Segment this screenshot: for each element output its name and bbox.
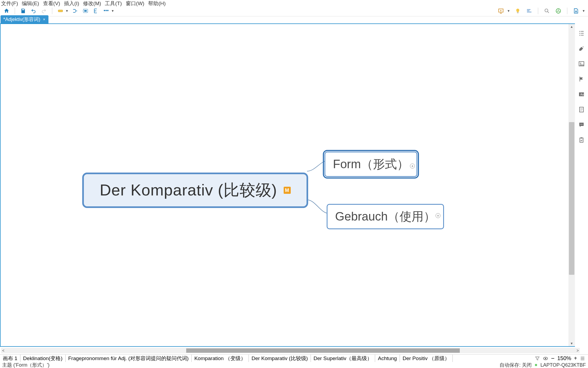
fit-button[interactable] xyxy=(580,356,585,361)
sheet-tab[interactable]: Achtung xyxy=(375,355,400,362)
document-tab[interactable]: *Adjektiv(形容词) × xyxy=(1,15,48,23)
scroll-right-arrow[interactable]: > xyxy=(575,348,580,353)
subtopic-gebrauch-text: Gebrauch（使用） xyxy=(335,209,436,225)
sheet-tab[interactable]: Der Positiv （原级） xyxy=(400,355,453,362)
toolbar-separator xyxy=(567,8,567,14)
sheet-tab[interactable]: Deklination(变格) xyxy=(20,355,66,362)
main-area: Der Komparativ (比较级) M Form（形式） + Gebrau… xyxy=(0,23,588,347)
format-panel-button[interactable] xyxy=(578,45,585,52)
svg-rect-2 xyxy=(84,10,87,12)
presentation-button[interactable] xyxy=(497,7,505,15)
menu-modify[interactable]: 修改(M) xyxy=(83,0,101,7)
notes-panel-button[interactable] xyxy=(578,106,585,113)
horizontal-scroll-row: < > xyxy=(0,347,588,354)
vertical-scrollbar[interactable]: ▲ ▼ xyxy=(568,23,575,347)
flag-icon xyxy=(578,76,585,82)
lightbulb-icon xyxy=(515,8,521,14)
right-side-panel: Aa xyxy=(575,23,588,347)
home-button[interactable] xyxy=(3,7,10,15)
menu-bar: 文件(F) 编辑(E) 查看(V) 插入(I) 修改(M) 工具(T) 窗口(W… xyxy=(0,0,588,5)
menu-file[interactable]: 文件(F) xyxy=(1,0,18,7)
topic-button[interactable] xyxy=(57,7,64,15)
sheet-tab[interactable]: Der Superlativ（最高级） xyxy=(311,355,375,362)
marker-panel-button[interactable] xyxy=(578,76,585,82)
comment-icon xyxy=(578,122,585,128)
menu-view[interactable]: 查看(V) xyxy=(43,0,60,7)
visibility-button[interactable] xyxy=(543,356,548,361)
task-panel-button[interactable] xyxy=(578,137,585,143)
boundary-icon xyxy=(82,8,88,14)
brainstorm-button[interactable] xyxy=(514,7,522,15)
marker-badge: M xyxy=(284,187,291,194)
menu-window[interactable]: 窗口(W) xyxy=(126,0,145,7)
eye-icon xyxy=(543,356,548,361)
save-button[interactable] xyxy=(19,7,27,15)
chevron-down-icon[interactable]: ▼ xyxy=(65,9,69,13)
zoom-percent[interactable]: 150% xyxy=(557,355,571,361)
central-topic-text: Der Komparativ (比较级) xyxy=(100,180,277,201)
sheet-tab[interactable]: Der Komparativ (比较级) xyxy=(249,355,311,362)
outline-panel-button[interactable] xyxy=(578,30,585,37)
more-button[interactable]: ••• xyxy=(102,7,110,15)
close-icon[interactable]: × xyxy=(43,17,45,22)
search-icon xyxy=(544,8,550,14)
sheet-tab[interactable]: 画布 1 xyxy=(0,355,20,362)
status-bar: 主题 ('Form（形式）') 自动保存: 关闭 LAPTOP-Q623KTBF xyxy=(0,362,588,368)
document-tab-label: *Adjektiv(形容词) xyxy=(3,16,40,23)
search-button[interactable] xyxy=(543,7,551,15)
menu-help[interactable]: 帮助(H) xyxy=(148,0,166,7)
mindmap: Der Komparativ (比较级) M Form（形式） + Gebrau… xyxy=(1,24,568,346)
svg-rect-4 xyxy=(517,12,519,13)
export-button[interactable] xyxy=(572,7,580,15)
central-topic-node[interactable]: Der Komparativ (比较级) M xyxy=(82,173,308,208)
filter-button[interactable] xyxy=(535,356,540,361)
relationship-icon xyxy=(72,8,78,14)
icon-panel-button[interactable]: Aa xyxy=(578,91,585,98)
boundary-button[interactable] xyxy=(82,7,89,15)
svg-point-18 xyxy=(580,124,581,125)
toolbar-right: ▼ ▼ xyxy=(497,7,585,15)
zoom-out-button[interactable]: − xyxy=(551,355,555,362)
scroll-left-arrow[interactable]: < xyxy=(1,348,6,353)
toolbar-separator xyxy=(538,8,538,14)
toolbar: ▼ ••• ▼ ▼ ▼ xyxy=(0,5,588,16)
chevron-down-icon[interactable]: ▼ xyxy=(582,9,585,13)
chevron-down-icon[interactable]: ▼ xyxy=(111,9,114,13)
text-box-icon: Aa xyxy=(578,91,585,98)
image-panel-button[interactable] xyxy=(578,61,585,67)
summary-button[interactable] xyxy=(92,7,100,15)
share-button[interactable] xyxy=(555,7,562,15)
scroll-thumb[interactable] xyxy=(186,348,460,353)
fit-icon xyxy=(580,356,585,361)
sheets-right-controls: − 150% + xyxy=(535,355,588,362)
sheet-tab[interactable]: Fragepronommen für Adj. (对形容词提问的疑问代词) xyxy=(66,355,192,362)
expand-handle[interactable]: + xyxy=(410,164,415,168)
sheet-tab[interactable]: Komparation （变级） xyxy=(192,355,249,362)
scroll-up-arrow[interactable]: ▲ xyxy=(568,24,575,29)
redo-button[interactable] xyxy=(40,7,48,15)
gantt-button[interactable] xyxy=(525,7,533,15)
svg-text:Aa: Aa xyxy=(580,93,584,96)
scroll-down-arrow[interactable]: ▼ xyxy=(568,341,575,346)
zoom-in-button[interactable]: + xyxy=(574,355,577,361)
comments-panel-button[interactable] xyxy=(578,122,585,128)
svg-point-19 xyxy=(581,124,582,125)
relationship-button[interactable] xyxy=(71,7,79,15)
summary-icon xyxy=(93,8,99,14)
scroll-thumb[interactable] xyxy=(569,122,574,275)
undo-button[interactable] xyxy=(30,7,37,15)
svg-rect-21 xyxy=(580,138,583,142)
canvas[interactable]: Der Komparativ (比较级) M Form（形式） + Gebrau… xyxy=(0,23,568,347)
svg-rect-7 xyxy=(527,11,532,12)
connector-line xyxy=(307,198,329,218)
svg-point-20 xyxy=(582,124,583,125)
horizontal-scrollbar[interactable]: < > xyxy=(1,348,580,353)
menu-tools[interactable]: 工具(T) xyxy=(105,0,122,7)
notes-icon xyxy=(578,106,585,113)
expand-handle[interactable]: + xyxy=(436,213,440,218)
chevron-down-icon[interactable]: ▼ xyxy=(507,9,510,13)
subtopic-gebrauch-node[interactable]: Gebrauch（使用） xyxy=(327,204,444,229)
menu-edit[interactable]: 编辑(E) xyxy=(22,0,39,7)
subtopic-form-node[interactable]: Form（形式） xyxy=(324,152,417,177)
menu-insert[interactable]: 插入(I) xyxy=(64,0,79,7)
